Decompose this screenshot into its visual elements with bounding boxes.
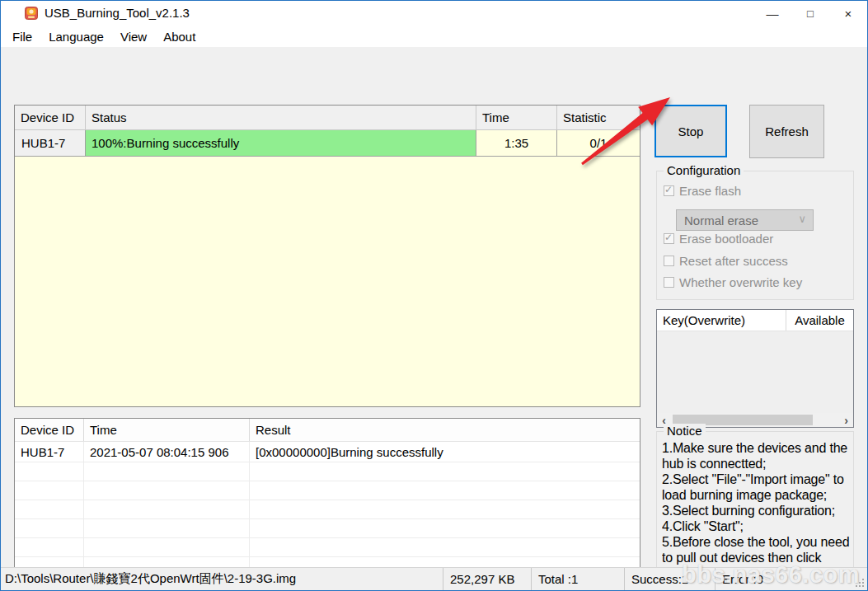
status-total: Total :1: [532, 568, 625, 590]
maximize-icon: □: [807, 7, 814, 20]
app-icon: [25, 7, 38, 20]
minimize-icon: —: [767, 7, 779, 21]
device-id-cell: HUB1-7: [15, 130, 86, 157]
table-row[interactable]: HUB1-7 100%:Burning successfully 1:35 0/…: [15, 130, 640, 157]
notice-title: Notice: [664, 424, 706, 438]
main-content: Device ID Status Time Statistic HUB1-7 1…: [1, 47, 867, 590]
refresh-button[interactable]: Refresh: [749, 105, 824, 158]
device-list: Device ID Status Time Statistic HUB1-7 1…: [14, 105, 640, 407]
table-row-empty: [15, 500, 640, 519]
menu-bar: File Language View About: [1, 26, 867, 47]
table-row[interactable]: HUB1-7 2021-05-07 08:04:15 906 [0x000000…: [15, 442, 640, 462]
menu-view[interactable]: View: [112, 27, 155, 46]
app-window: USB_Burning_Tool_v2.1.3 — □ × File Langu…: [0, 0, 868, 591]
table-row-empty: [15, 538, 640, 557]
stop-button[interactable]: Stop: [655, 105, 727, 157]
checkbox-whether-overwrite-key[interactable]: Whether overwrite key: [664, 275, 802, 289]
maximize-button[interactable]: □: [791, 1, 829, 26]
status-error: Error :0: [716, 568, 868, 590]
status-bar: D:\Tools\Router\賺錢寶2代OpenWrt固件\2-19-3G.i…: [1, 567, 867, 590]
header-available[interactable]: Available: [786, 310, 853, 331]
header-device-id[interactable]: Device ID: [15, 419, 84, 441]
header-time[interactable]: Time: [476, 106, 557, 129]
erase-bootloader-label: Erase bootloader: [679, 232, 773, 246]
checkbox-erase-flash[interactable]: ✓ Erase flash: [664, 184, 741, 198]
window-title: USB_Burning_Tool_v2.1.3: [45, 6, 190, 20]
table-row-empty: [15, 462, 640, 481]
status-file-path: D:\Tools\Router\賺錢寶2代OpenWrt固件\2-19-3G.i…: [1, 568, 443, 590]
checkbox-unchecked-icon: [664, 256, 674, 266]
notice-item: 4.Click "Start";: [662, 518, 850, 534]
header-key-overwrite[interactable]: Key(Overwrite): [657, 310, 786, 331]
notice-item: 2.Select "File"-"Import image" to load b…: [662, 471, 850, 503]
status-cell: 100%:Burning successfully: [86, 130, 476, 157]
window-controls: — □ ×: [753, 1, 867, 26]
table-row-empty: [15, 481, 640, 500]
configuration-title: Configuration: [664, 163, 744, 177]
header-time[interactable]: Time: [84, 419, 250, 441]
erase-mode-select[interactable]: Normal erase ∨: [676, 209, 814, 231]
log-result-cell: [0x00000000]Burning successfully: [250, 442, 640, 462]
reset-after-success-label: Reset after success: [679, 254, 788, 268]
status-success: Success:1: [625, 568, 716, 590]
menu-about[interactable]: About: [155, 27, 204, 46]
whether-overwrite-key-label: Whether overwrite key: [679, 275, 802, 289]
erase-flash-label: Erase flash: [679, 184, 741, 198]
checkbox-checked-icon: ✓: [664, 233, 674, 244]
notice-item: 3.Select burning configuration;: [662, 503, 850, 518]
close-button[interactable]: ×: [829, 1, 867, 26]
log-list-header: Device ID Time Result: [15, 419, 640, 442]
refresh-button-label: Refresh: [765, 124, 809, 138]
key-list-header: Key(Overwrite) Available: [657, 310, 853, 331]
scroll-right-icon[interactable]: ›: [839, 413, 853, 427]
menu-language[interactable]: Language: [40, 27, 112, 46]
resize-grip-icon[interactable]: [856, 579, 864, 587]
header-statistic[interactable]: Statistic: [557, 106, 640, 129]
checkmark-icon: ✓: [664, 184, 673, 195]
configuration-group: Configuration ✓ Erase flash Normal erase…: [656, 171, 854, 300]
close-icon: ×: [845, 7, 852, 21]
minimize-button[interactable]: —: [753, 1, 791, 26]
log-list: Device ID Time Result HUB1-7 2021-05-07 …: [14, 418, 640, 591]
checkbox-checked-icon: ✓: [664, 185, 674, 196]
table-row-empty: [15, 519, 640, 538]
device-list-header: Device ID Status Time Statistic: [15, 106, 640, 130]
header-status[interactable]: Status: [86, 106, 476, 129]
checkmark-icon: ✓: [664, 232, 673, 243]
erase-mode-value: Normal erase: [684, 213, 758, 227]
checkbox-unchecked-icon: [664, 277, 674, 288]
notice-item: 1.Make sure the devices and the hub is c…: [662, 440, 850, 471]
header-device-id[interactable]: Device ID: [15, 106, 86, 129]
menu-file[interactable]: File: [4, 27, 40, 46]
key-list-body: [657, 331, 853, 413]
header-result[interactable]: Result: [250, 419, 640, 441]
statistic-cell: 0/1: [557, 130, 640, 157]
time-cell: 1:35: [476, 130, 557, 157]
title-bar[interactable]: USB_Burning_Tool_v2.1.3 — □ ×: [1, 1, 867, 26]
status-file-size: 252,297 KB: [443, 568, 532, 590]
chevron-down-icon: ∨: [798, 213, 806, 225]
checkbox-erase-bootloader[interactable]: ✓ Erase bootloader: [664, 232, 773, 246]
log-time-cell: 2021-05-07 08:04:15 906: [84, 442, 250, 462]
log-device-id-cell: HUB1-7: [15, 442, 84, 462]
stop-button-label: Stop: [678, 124, 704, 138]
key-list: Key(Overwrite) Available ‹ ›: [656, 309, 854, 428]
checkbox-reset-after-success[interactable]: Reset after success: [664, 254, 788, 268]
